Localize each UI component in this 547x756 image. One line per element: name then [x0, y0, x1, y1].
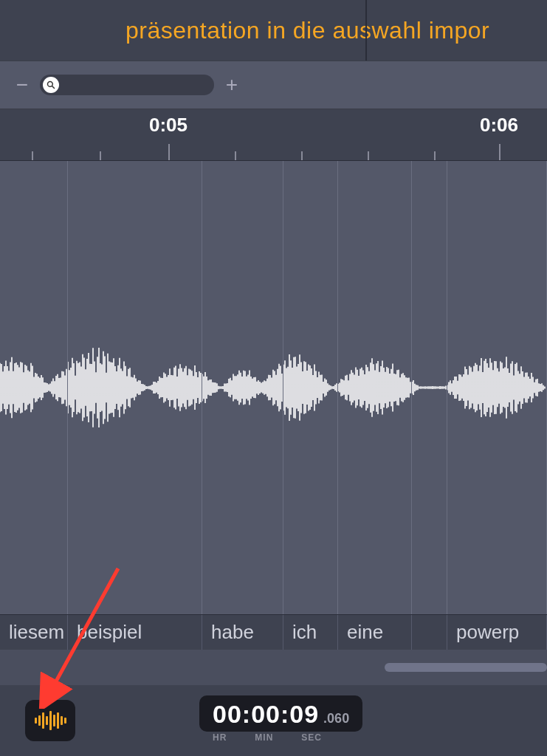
audio-waveform-button[interactable] [25, 700, 75, 741]
zoom-toolbar: − + [0, 61, 547, 109]
transcript-bar: präsentation in die auswahl impor [0, 0, 547, 61]
word-label[interactable]: beispiel [68, 615, 202, 650]
word-label[interactable]: eine [338, 615, 412, 650]
search-icon [47, 80, 55, 89]
word-label[interactable] [412, 615, 447, 650]
sec-label: SEC [301, 732, 322, 743]
timecode-main: 00:00:09 [213, 700, 319, 729]
timeline-ruler[interactable]: 0:050:06 [0, 109, 547, 161]
timecode-display: 00:00:09 .060 [199, 695, 362, 732]
zoom-out-button[interactable]: − [15, 73, 30, 97]
word-label[interactable]: ich [283, 615, 338, 650]
waveform-word-segment[interactable] [202, 161, 283, 614]
ruler-time-label: 0:05 [149, 114, 188, 137]
waveform-area[interactable] [0, 161, 547, 614]
hr-label: HR [213, 732, 227, 743]
zoom-in-button[interactable]: + [224, 73, 239, 97]
timecode-fraction: .060 [323, 711, 349, 726]
ruler-tick [168, 144, 170, 160]
waveform-icon [35, 711, 66, 730]
word-label[interactable]: liesem [0, 615, 68, 650]
word-timeline: liesembeispielhabeicheinepowerp [0, 614, 547, 650]
waveform-word-segment[interactable] [68, 161, 202, 614]
ruler-tick [499, 144, 500, 160]
svg-line-1 [52, 86, 55, 89]
ruler-tick [235, 151, 236, 160]
zoom-slider[interactable] [40, 75, 214, 95]
waveform-word-segment[interactable] [0, 161, 68, 614]
word-label[interactable]: habe [202, 615, 283, 650]
timecode-labels: HR MIN SEC [213, 732, 322, 743]
waveform-word-segment[interactable] [412, 161, 447, 614]
ruler-tick [100, 151, 101, 160]
min-label: MIN [255, 732, 273, 743]
scroll-area [0, 650, 547, 685]
zoom-slider-handle[interactable] [43, 77, 59, 93]
ruler-tick [434, 151, 436, 160]
waveform-word-segment[interactable] [283, 161, 338, 614]
transcript-text: präsentation in die auswahl impor [125, 17, 489, 44]
footer-bar: 00:00:09 .060 HR MIN SEC [0, 685, 547, 756]
waveform-word-segment[interactable] [447, 161, 547, 614]
waveform-word-segment[interactable] [338, 161, 412, 614]
ruler-tick [32, 151, 33, 160]
word-label[interactable]: powerp [447, 615, 547, 650]
ruler-tick [301, 151, 303, 160]
ruler-tick [368, 151, 369, 160]
ruler-time-label: 0:06 [480, 114, 518, 137]
horizontal-scrollbar[interactable] [385, 663, 547, 672]
playhead-indicator [365, 0, 367, 61]
